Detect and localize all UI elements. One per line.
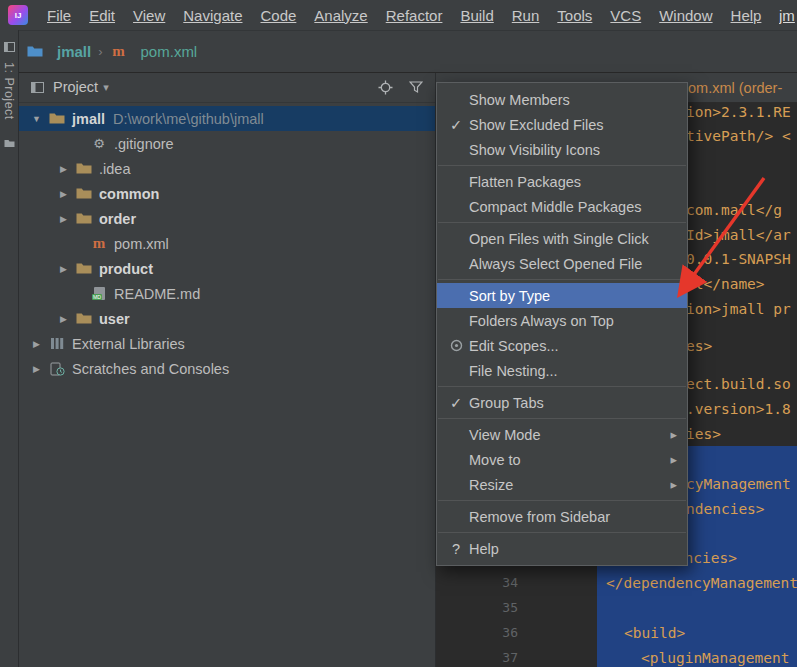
tree-item-external-libraries[interactable]: ▶ External Libraries [18,331,435,356]
tree-item-gitignore[interactable]: ⚙ .gitignore [18,131,435,156]
line-number: 36 [492,625,518,640]
menubar-item-refactor[interactable]: Refactor [377,7,452,24]
menu-item-show-members[interactable]: Show Members [437,87,687,112]
menu-item-label: Group Tabs [469,395,544,411]
menu-separator [438,222,686,223]
tree-item-label: .idea [99,161,130,177]
menubar-item-tools[interactable]: Tools [548,7,601,24]
menubar-item-help[interactable]: Help [722,7,771,24]
menubar-item-vcs[interactable]: VCS [601,7,650,24]
tree-item-path: D:\work\me\github\jmall [113,111,264,127]
code-fragment: ies> [686,426,721,442]
tree-item-pom-xml[interactable]: m pom.xml [18,231,435,256]
tree-item-order[interactable]: ▶ order [18,206,435,231]
breadcrumb-project[interactable]: jmall [57,43,91,60]
tree-item-label: common [99,186,159,202]
chevron-down-icon[interactable]: ▼ [30,114,43,124]
menu-item-resize[interactable]: Resize ▸ [437,472,687,497]
menu-item-edit-scopes[interactable]: Edit Scopes... [437,333,687,358]
menubar-item-window[interactable]: Window [650,7,721,24]
menu-item-flatten-packages[interactable]: Flatten Packages [437,169,687,194]
menu-item-show-visibility-icons[interactable]: Show Visibility Icons [437,137,687,162]
project-panel-title[interactable]: Project [53,79,98,95]
menubar-item-analyze[interactable]: Analyze [305,7,376,24]
menubar-item-build[interactable]: Build [451,7,502,24]
locate-file-icon[interactable] [378,80,393,95]
code-fragment: Id>jmall</ar [686,227,791,243]
code-fragment: ect.build.so [686,376,791,392]
menubar-item-code[interactable]: Code [251,7,305,24]
tree-item-product[interactable]: ▶ product [18,256,435,281]
chevron-right-icon[interactable]: ▶ [57,214,70,224]
project-stripe-button[interactable]: 1: Project [2,62,16,120]
editor-tab[interactable]: om.xml (order- [688,80,782,96]
tree-item-label: jmall [72,111,105,127]
tree-item-jmall-root[interactable]: ▼ jmall D:\work\me\github\jmall [18,106,435,131]
chevron-right-icon[interactable]: ▶ [57,314,70,324]
menu-separator [438,165,686,166]
chevron-right-icon[interactable]: ▶ [30,364,43,374]
chevron-down-icon[interactable]: ▾ [103,81,109,94]
menu-item-remove-from-sidebar[interactable]: Remove from Sidebar [437,504,687,529]
menubar-item-navigate[interactable]: Navigate [174,7,251,24]
code-fragment: .version>1.8 [686,401,791,417]
filter-icon[interactable] [409,80,423,94]
breadcrumb-file[interactable]: pom.xml [141,43,198,60]
menu-item-open-files-single-click[interactable]: Open Files with Single Click [437,226,687,251]
menubar-item-view[interactable]: View [124,7,174,24]
submenu-arrow-icon: ▸ [670,427,677,442]
menu-separator [438,279,686,280]
tree-item-label: .gitignore [114,136,174,152]
chevron-right-icon[interactable]: ▶ [57,189,70,199]
breadcrumb: jmall › m pom.xml [0,31,797,72]
menu-item-label: Remove from Sidebar [469,509,610,525]
chevron-right-icon[interactable]: ▶ [57,164,70,174]
menu-item-file-nesting[interactable]: File Nesting... [437,358,687,383]
menu-item-group-tabs[interactable]: ✓ Group Tabs [437,390,687,415]
project-view-context-menu: Show Members ✓ Show Excluded Files Show … [436,82,688,566]
tree-item-label: user [99,311,130,327]
code-fragment: ndencies> [686,501,765,517]
menu-item-label: Resize [469,477,513,493]
tree-item-readme[interactable]: MD README.md [18,281,435,306]
code-fragment: cyManagement [686,476,791,492]
folder-icon [26,45,44,58]
menu-item-help[interactable]: ? Help [437,536,687,561]
folder-icon [75,262,93,275]
tree-item-scratches[interactable]: ▶ Scratches and Consoles [18,356,435,381]
libraries-icon [48,337,66,350]
menu-item-label: Show Visibility Icons [469,142,600,158]
menu-item-view-mode[interactable]: View Mode ▸ [437,422,687,447]
menubar-item-edit[interactable]: Edit [80,7,124,24]
favorites-stripe-icon[interactable] [4,134,15,152]
breadcrumb-separator: › [98,44,102,59]
menu-item-label: Flatten Packages [469,174,581,190]
menu-item-folders-always-on-top[interactable]: Folders Always on Top [437,308,687,333]
scratches-icon [48,362,66,376]
menubar-item-file[interactable]: File [38,7,80,24]
tree-item-common[interactable]: ▶ common [18,181,435,206]
check-icon: ✓ [446,117,466,133]
code-fragment: ion>jmall pr [686,301,791,317]
folder-icon [75,312,93,325]
tool-window-icon[interactable] [4,38,15,56]
markdown-file-icon: MD [90,286,108,301]
folder-icon [75,162,93,175]
menubar-item-run[interactable]: Run [503,7,549,24]
tree-item-label: pom.xml [114,236,169,252]
tree-item-idea[interactable]: ▶ .idea [18,156,435,181]
check-icon: ✓ [446,395,466,411]
window-header: IJ File Edit View Navigate Code Analyze … [0,0,797,73]
menu-item-always-select-opened-file[interactable]: Always Select Opened File [437,251,687,276]
maven-icon: m [110,44,128,59]
tree-item-label: order [99,211,136,227]
chevron-right-icon[interactable]: ▶ [57,264,70,274]
menu-item-move-to[interactable]: Move to ▸ [437,447,687,472]
menu-item-label: Always Select Opened File [469,256,642,272]
menu-item-show-excluded-files[interactable]: ✓ Show Excluded Files [437,112,687,137]
menu-item-compact-middle-packages[interactable]: Compact Middle Packages [437,194,687,219]
tree-item-user[interactable]: ▶ user [18,306,435,331]
menu-item-sort-by-type[interactable]: Sort by Type [437,283,687,308]
submenu-arrow-icon: ▸ [670,477,677,492]
chevron-right-icon[interactable]: ▶ [30,339,43,349]
